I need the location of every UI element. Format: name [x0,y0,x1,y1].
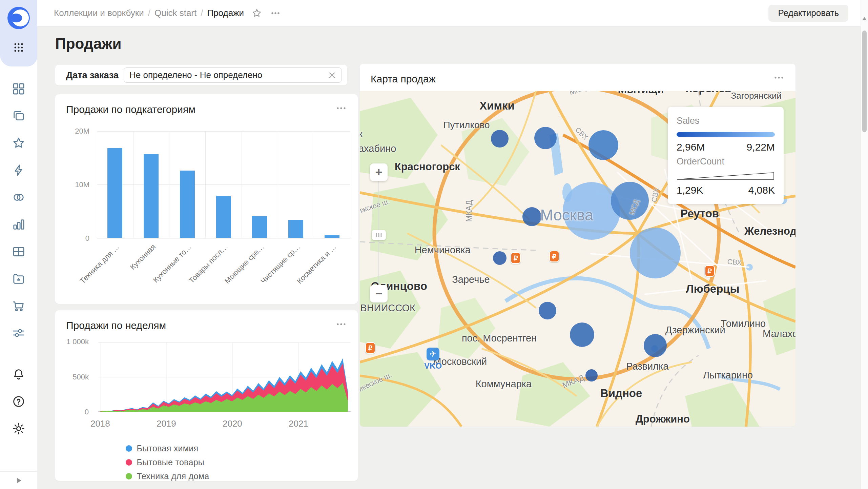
area-chart-card: Продажи по неделям 1 000k500k0 201820192… [55,310,358,481]
bar-chart-y-axis: 20M10M0 [62,131,94,238]
bar-3[interactable] [216,196,231,238]
bar-0[interactable] [107,148,122,238]
y-tick-label: 0 [85,234,89,243]
map-viewport[interactable]: МытищиКоролёвЗагорянскийМКАДХимкиПутилко… [360,91,795,427]
ruble-poi-icon[interactable]: ₽ [365,342,375,354]
bar-5[interactable] [288,220,303,238]
sidebar-nav [0,75,37,347]
date-filter-card: Дата заказа Не определено - Не определен… [55,65,347,85]
edit-button[interactable]: Редактировать [768,5,848,22]
ordercount-wedge-icon [677,172,775,180]
sales-max-value: 9,22M [747,141,775,153]
sidebar-item-help-icon[interactable] [0,388,37,415]
bar-gridline [350,131,350,238]
sidebar-item-collections-icon[interactable] [0,102,37,130]
page-title: Продажи [55,35,121,52]
sidebar-footer-nav [0,361,37,442]
date-filter-input[interactable]: Не определено - Не определено [124,67,342,83]
x-tick-label: 2021 [289,418,308,429]
ordercount-min-value: 1,29K [677,184,703,196]
breadcrumb-separator: / [201,8,203,18]
ruble-poi-icon[interactable]: ₽ [511,252,521,264]
bar-chart-card: Продажи по подкатегориям 20M10M0 Техника… [55,94,358,304]
breadcrumb-separator: / [148,8,150,18]
sidebar-item-grid-icon[interactable] [0,75,37,102]
bar-gridline [97,131,350,132]
legend-label: Техника для дома [137,471,209,481]
airport-code: VKO [424,361,442,371]
y-tick-label: 500k [73,373,89,382]
x-tick-label: 2019 [157,418,176,429]
sidebar-item-folder-icon[interactable] [0,265,37,292]
y-tick-label: 0 [85,408,89,416]
airport-marker[interactable]: ✈VKO [424,348,442,371]
area-chart-title: Продажи по неделям [66,320,166,331]
sidebar-item-bell-icon[interactable] [0,361,37,388]
sidebar [0,0,37,489]
legend-label: Бытовые товары [137,457,205,467]
bar-gridline [97,184,350,185]
scrollbar-up-arrow-icon[interactable] [862,17,867,20]
bar-2[interactable] [180,171,195,238]
breadcrumb-menu-icon[interactable] [270,7,281,19]
sales-min-value: 2,96M [677,141,705,153]
ruble-poi-icon[interactable]: ₽ [705,265,715,277]
area-chart-plot [98,342,351,413]
sidebar-item-gear-icon[interactable] [0,415,37,442]
date-filter-value: Не определено - Не определено [129,70,327,80]
bar-1[interactable] [144,154,159,238]
ruble-poi-icon[interactable]: ₽ [549,251,559,262]
legend-dot [126,459,132,466]
legend-item[interactable]: Бытовые товары [126,457,205,467]
breadcrumb-item[interactable]: Коллекции и воркбуки [54,8,144,18]
breadcrumb: Коллекции и воркбуки/Quick start/Продажи [54,8,244,18]
map-legend: Sales 2,96M 9,22M OrderCount 1,29K 4,08K [668,107,784,204]
sidebar-item-sliders-icon[interactable] [0,319,37,347]
legend-item[interactable]: Техника для дома [126,471,209,481]
airplane-icon: ✈ [427,348,439,360]
bar-6[interactable] [325,235,339,238]
legend-label: Бытовая химия [137,444,199,453]
map-legend-sales-label: Sales [677,116,775,126]
legend-dot [126,473,132,480]
sales-map-menu-icon[interactable] [773,73,785,82]
breadcrumb-item[interactable]: Продажи [207,8,244,18]
bar-chart-title: Продажи по подкатегориям [66,104,195,115]
sidebar-item-cart-icon[interactable] [0,292,37,319]
area-chart-legend: Бытовая химияБытовые товарыТехника для д… [55,444,358,481]
bar-chart-menu-icon[interactable] [335,104,347,113]
x-tick-label: 2018 [90,418,110,429]
apps-grid-icon[interactable] [11,40,26,55]
y-tick-label: 10M [75,180,89,189]
sidebar-item-table-icon[interactable] [0,238,37,265]
map-legend-ordercount-label: OrderCount [677,156,775,167]
sales-map-title: Карта продаж [371,73,436,85]
scrollbar-thumb[interactable] [862,31,867,132]
favorite-star-icon[interactable] [251,8,262,19]
zoom-out-button[interactable]: − [370,285,388,302]
sidebar-item-lightning-icon[interactable] [0,157,37,184]
x-tick-label: 2020 [223,418,242,429]
area-chart-y-axis: 1 000k500k0 [55,342,94,412]
zoom-drag-handle[interactable] [372,230,386,240]
zoom-in-button[interactable]: + [370,163,388,181]
bar-chart-plot [97,131,350,238]
area-chart-menu-icon[interactable] [335,320,347,329]
date-filter-label: Дата заказа [66,70,119,80]
sidebar-item-bar-chart-icon[interactable] [0,211,37,238]
legend-item[interactable]: Бытовая химия [126,444,199,453]
breadcrumb-item[interactable]: Quick start [154,8,197,18]
ordercount-max-value: 4,08K [748,184,775,196]
sidebar-expand-button[interactable] [0,471,37,489]
bar-4[interactable] [252,216,267,238]
clear-filter-icon[interactable] [327,71,337,80]
sidebar-item-linked-circles-icon[interactable] [0,184,37,211]
topbar: Коллекции и воркбуки/Quick start/Продажи… [37,0,861,26]
y-tick-label: 1 000k [66,337,89,346]
page-scrollbar[interactable] [861,0,868,489]
sales-map-card: Карта продаж [360,64,795,427]
datalens-logo-icon[interactable] [7,7,30,29]
sidebar-item-star-icon[interactable] [0,130,37,157]
dashboard-content: Продажи Дата заказа Не определено - Не о… [37,26,861,489]
legend-dot [126,445,132,452]
